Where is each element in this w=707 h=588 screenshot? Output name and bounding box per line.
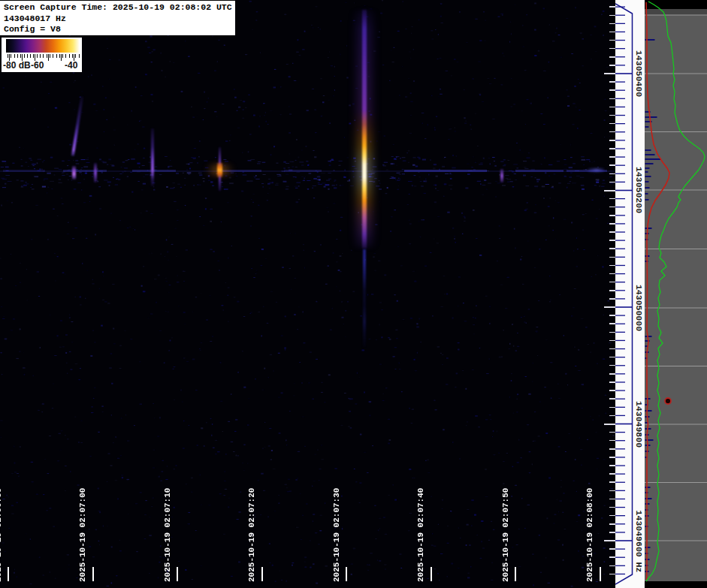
noise-spike [645, 158, 661, 160]
time-tick [8, 567, 9, 581]
spectrogram-edge-tick [609, 298, 615, 300]
spectrogram-edge-tick [609, 507, 615, 508]
spectrogram-edge-tick [609, 440, 615, 442]
spectrogram-edge-tick [609, 240, 615, 241]
colorbar-minor-tick [79, 54, 80, 58]
carrier-line-segment [63, 170, 107, 172]
noise-spike [645, 154, 655, 155]
time-label: 2025-10-19 02:07:30 [332, 488, 342, 582]
spectrogram-edge-tick [609, 415, 615, 417]
spectrogram-edge-tick [609, 499, 615, 500]
frequency-text: 143048017 Hz [4, 14, 235, 25]
spectrogram-edge-tick [609, 32, 615, 33]
colorbar-minor-tick [65, 54, 66, 58]
colorbar-minor-tick [11, 54, 11, 58]
echo-streak-1 [94, 163, 97, 182]
spectrum-panel [645, 0, 707, 588]
spectrogram-edge-tick [609, 265, 615, 267]
spectrogram-edge-tick [609, 81, 615, 83]
spectrogram-edge-tick [609, 48, 615, 50]
carrier-line-segment [515, 170, 563, 172]
spectrum-panel-plot [645, 0, 707, 588]
noise-spike [645, 410, 652, 412]
spectrogram-edge-tick [604, 306, 615, 308]
time-label: 2025-10-19 02:07:50 [501, 488, 511, 582]
spectrogram-edge-tick [609, 515, 615, 517]
spectrogram-edge-tick [609, 381, 615, 383]
spectrogram-edge-tick [609, 223, 615, 225]
spectrogram-edge-tick [604, 190, 615, 191]
spectrogram-edge-tick [609, 448, 615, 450]
noise-spike [645, 167, 650, 169]
colorbar-minor-tick [24, 54, 25, 58]
freq-axis-spine [615, 4, 633, 584]
freq-label: 143049600 Hz [634, 511, 644, 573]
spectrogram-edge-tick [609, 532, 615, 533]
spectrogram-edge-tick [609, 107, 615, 108]
spectrogram-edge-tick [609, 231, 615, 233]
noise-spike [645, 498, 652, 499]
colorbar-minor-tick [43, 54, 44, 58]
spectrogram-edge-tick [609, 332, 615, 333]
spectrogram-edge-tick [609, 156, 615, 158]
spectrogram-edge-tick [609, 282, 615, 283]
waterfall-display: 2025-10-19 02:06:502025-10-19 02:07:0020… [0, 0, 707, 588]
colorbar-minor-tick [59, 54, 60, 58]
colorbar-minor-tick [56, 54, 57, 58]
time-label: 2025-10-19 02:07:10 [163, 488, 173, 582]
spectrogram-edge-tick [609, 523, 615, 525]
noise-spike [645, 336, 652, 337]
spectrogram-edge-tick [609, 340, 615, 342]
time-label: 2025-10-19 02:07:00 [78, 488, 88, 582]
carrier-line-segment [132, 170, 176, 172]
spectrogram-edge-tick [609, 65, 615, 66]
noise-spike [645, 181, 649, 182]
spectrogram-edge-tick [609, 207, 615, 208]
colorbar-minor-tick [14, 54, 15, 58]
noise-spike [645, 193, 648, 194]
colorbar-minor-tick [8, 54, 8, 58]
config-text: Config = V8 [4, 24, 235, 35]
spectrogram-edge-tick [609, 290, 615, 291]
panel-top-band [645, 9, 707, 15]
noise-spike [645, 149, 651, 151]
freq-label: 143050200 [634, 167, 644, 213]
spectrogram-edge-tick [609, 140, 615, 141]
spectrogram-edge-tick [609, 131, 615, 133]
time-label: 2025-10-19 02:06:50 [0, 488, 4, 582]
colorbar-minor-tick [50, 54, 50, 58]
echo-smear [588, 168, 604, 172]
carrier-line-segment [222, 170, 261, 172]
noise-spike [645, 116, 657, 118]
spectrogram-edge-tick [609, 164, 615, 166]
time-label: 2025-10-19 02:08:00 [585, 488, 595, 582]
freq-label: 143050400 [634, 50, 644, 97]
noise-spike [645, 176, 651, 177]
spectrogram-edge-tick [609, 465, 615, 466]
spectrogram-edge-tick [609, 348, 615, 350]
carrier-line-segment [284, 170, 322, 172]
capture-time-text: Screen Capture Time: 2025-10-19 02:08:02… [4, 2, 235, 14]
time-label: 2025-10-19 02:07:20 [247, 488, 257, 582]
spectrogram-edge-tick [609, 40, 615, 41]
spectrogram-edge-tick [609, 490, 615, 492]
colorbar-minor-tick [37, 54, 38, 58]
time-tick [431, 567, 432, 581]
spectrogram-edge-tick [604, 73, 615, 74]
colorbar-minor-tick [69, 54, 70, 58]
spectrogram-edge-tick [609, 373, 615, 375]
info-box: Screen Capture Time: 2025-10-19 02:08:02… [0, 0, 235, 35]
spectrogram-edge-tick [609, 23, 615, 25]
time-tick [600, 567, 601, 581]
spectrogram-edge-tick [609, 182, 615, 183]
frequency-axis: 1430504001430502001430500001430498001430… [615, 0, 645, 588]
colorbar-legend: -80 dB-60-40 [2, 38, 82, 72]
spectrogram: 2025-10-19 02:06:502025-10-19 02:07:0020… [0, 0, 616, 588]
colorbar-major-tick [61, 54, 62, 61]
spectrogram-edge-tick [609, 473, 615, 475]
spectrogram-edge-tick [609, 257, 615, 258]
colorbar-minor-tick [40, 54, 41, 58]
colorbar-minor-tick [20, 54, 21, 58]
time-tick [261, 567, 263, 581]
spectrogram-edge-tick [604, 424, 615, 425]
